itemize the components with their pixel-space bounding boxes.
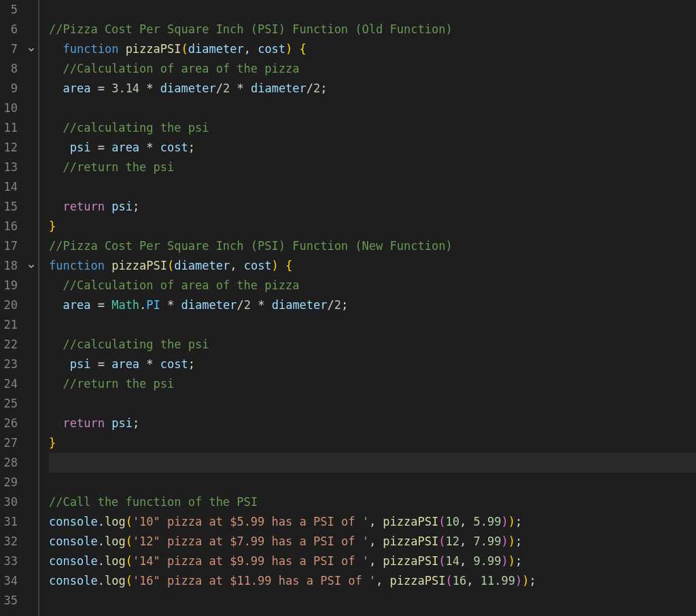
code-area[interactable]: //Pizza Cost Per Square Inch (PSI) Funct… [39, 0, 696, 616]
variable: diameter [251, 81, 307, 95]
code-line[interactable]: console.log('12" pizza at $7.99 has a PS… [49, 532, 696, 551]
comma: , [459, 515, 473, 528]
number: 2 [334, 298, 341, 312]
variable: diameter [181, 298, 237, 312]
code-line[interactable] [49, 394, 696, 414]
code-line[interactable]: return psi; [49, 197, 696, 217]
line-number: 11 [0, 118, 23, 138]
code-line[interactable] [49, 98, 696, 118]
line-number: 27 [0, 433, 23, 453]
code-line[interactable]: return psi; [49, 414, 696, 433]
code-line[interactable]: //Call the function of the PSI [49, 492, 696, 512]
variable: cost [160, 357, 188, 371]
semicolon: ; [341, 298, 348, 312]
fold-cell [24, 158, 38, 177]
fold-cell [24, 374, 38, 394]
semicolon: ; [188, 141, 195, 154]
comment: //return the psi [63, 160, 174, 174]
code-line[interactable]: //Pizza Cost Per Square Inch (PSI) Funct… [49, 236, 696, 256]
fold-cell [24, 473, 38, 492]
line-number: 8 [0, 59, 23, 79]
operator-div: / [307, 81, 313, 95]
code-line[interactable] [49, 315, 696, 335]
fold-cell [24, 551, 38, 571]
code-line[interactable] [49, 473, 696, 492]
code-line[interactable]: psi = area * cost; [49, 355, 696, 374]
operator-mul: * [139, 141, 160, 154]
fold-cell [24, 236, 38, 256]
code-line[interactable]: //Calculation of area of the pizza [49, 59, 696, 79]
object-console: console [49, 535, 98, 548]
brace-open: { [292, 42, 306, 56]
variable: psi [70, 357, 91, 371]
line-number: 26 [0, 414, 23, 433]
fold-chevron-icon[interactable] [24, 256, 38, 276]
number: 2 [223, 81, 230, 95]
code-line[interactable]: //Calculation of area of the pizza [49, 276, 696, 295]
param: cost [258, 42, 285, 56]
function-call: pizzaPSI [383, 554, 438, 568]
line-number: 19 [0, 276, 23, 295]
code-line[interactable]: //calculating the psi [49, 335, 696, 355]
code-line[interactable]: //return the psi [49, 158, 696, 177]
paren-close: ) [285, 42, 292, 56]
code-line[interactable]: console.log('16" pizza at $11.99 has a P… [49, 571, 696, 591]
line-number-gutter: 5678910111213141516171819202122232425262… [0, 0, 24, 616]
code-line[interactable]: console.log('10" pizza at $5.99 has a PS… [49, 512, 696, 532]
code-line[interactable]: function pizzaPSI(diameter, cost) { [49, 256, 696, 276]
number: 2 [244, 298, 251, 312]
code-line[interactable]: area = Math.PI * diameter/2 * diameter/2… [49, 295, 696, 315]
code-line[interactable]: } [49, 217, 696, 236]
code-line[interactable]: area = 3.14 * diameter/2 * diameter/2; [49, 79, 696, 98]
semicolon: ; [188, 357, 195, 371]
fold-cell [24, 0, 38, 20]
function-call: pizzaPSI [383, 535, 438, 548]
fold-cell [24, 512, 38, 532]
object-console: console [49, 515, 98, 528]
fold-cell [24, 217, 38, 236]
code-line[interactable]: } [49, 433, 696, 453]
line-number: 25 [0, 394, 23, 414]
code-line[interactable]: psi = area * cost; [49, 138, 696, 158]
comment: //calculating the psi [63, 121, 209, 134]
code-editor[interactable]: 5678910111213141516171819202122232425262… [0, 0, 696, 616]
number: 9.99 [473, 554, 501, 568]
line-number: 5 [0, 0, 23, 20]
fold-chevron-icon[interactable] [24, 39, 38, 59]
line-number: 28 [0, 453, 23, 473]
code-line-active[interactable] [49, 453, 696, 473]
fold-column [24, 0, 38, 616]
comment: //Call the function of the PSI [49, 495, 258, 509]
operator-div: / [216, 81, 223, 95]
comma: , [369, 535, 383, 548]
code-line[interactable] [49, 177, 696, 197]
number: 7.99 [473, 535, 501, 548]
dot: . [98, 574, 105, 587]
paren-open: ( [445, 574, 452, 587]
const-pi: PI [146, 298, 160, 312]
fold-cell [24, 138, 38, 158]
code-line[interactable]: //calculating the psi [49, 118, 696, 138]
code-line[interactable]: function pizzaPSI(diameter, cost) { [49, 39, 696, 59]
comma: , [459, 554, 473, 568]
comma: , [459, 535, 473, 548]
code-line[interactable]: console.log('14" pizza at $9.99 has a PS… [49, 551, 696, 571]
function-name: pizzaPSI [111, 259, 167, 272]
method-log: log [105, 554, 126, 568]
code-line[interactable]: //Pizza Cost Per Square Inch (PSI) Funct… [49, 20, 696, 39]
operator-eq: = [90, 298, 111, 312]
line-number: 29 [0, 473, 23, 492]
code-line[interactable] [49, 591, 696, 611]
semicolon: ; [320, 81, 327, 95]
paren-close: ) [508, 515, 515, 528]
code-line[interactable]: //return the psi [49, 374, 696, 394]
fold-cell [24, 414, 38, 433]
paren-open: ( [126, 515, 133, 528]
dot: . [98, 515, 105, 528]
line-number: 10 [0, 98, 23, 118]
param: cost [244, 259, 272, 272]
paren-open: ( [167, 259, 174, 272]
code-line[interactable] [49, 0, 696, 20]
paren-close: ) [272, 259, 279, 272]
string: '12" pizza at $7.99 has a PSI of ' [133, 535, 369, 548]
